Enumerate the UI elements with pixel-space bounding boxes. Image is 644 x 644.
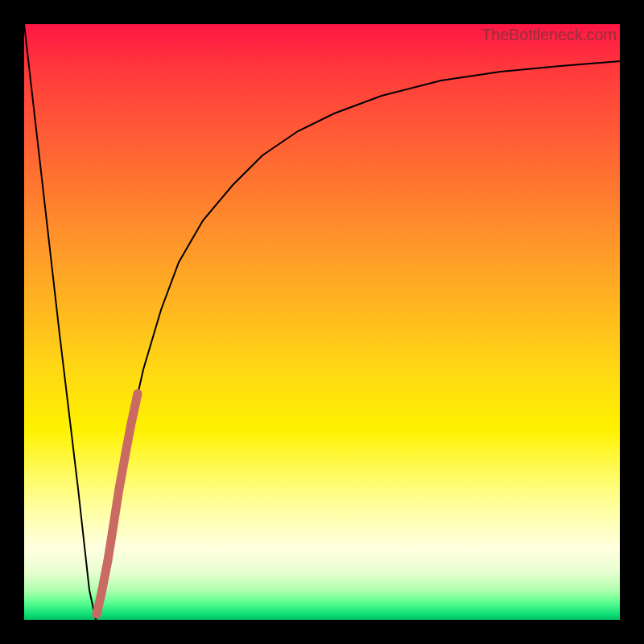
chart-lines	[24, 24, 620, 620]
watermark-text: TheBottleneck.com	[481, 26, 617, 44]
chart-frame: TheBottleneck.com	[0, 0, 644, 644]
plot-area	[24, 24, 620, 620]
highlight-path	[97, 394, 138, 614]
